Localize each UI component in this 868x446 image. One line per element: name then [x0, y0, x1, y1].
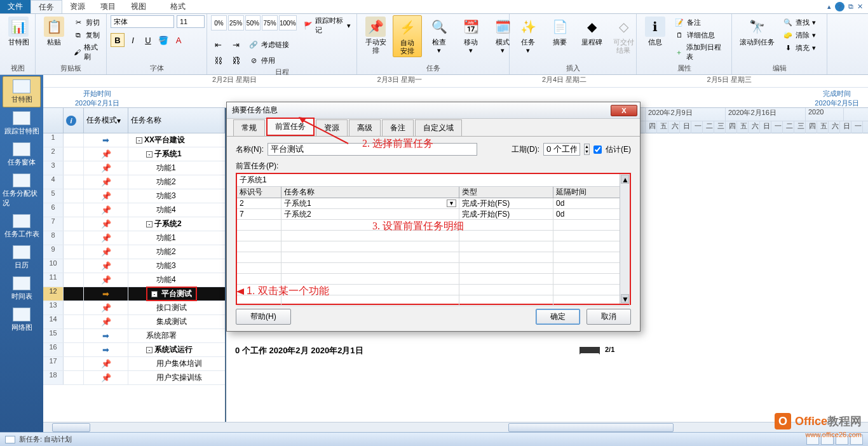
- window-close-icon[interactable]: ✕: [857, 3, 863, 11]
- ok-button[interactable]: 确定: [536, 309, 580, 325]
- menu-task[interactable]: 任务: [31, 0, 62, 13]
- gantt-hscroll[interactable]: [508, 423, 674, 432]
- side-task-form[interactable]: 任务窗体: [3, 140, 41, 170]
- help-button[interactable]: 帮助(H): [236, 309, 291, 325]
- task-row[interactable]: 3📌 功能1: [43, 161, 225, 175]
- copy-button[interactable]: ⧉复制: [71, 29, 102, 41]
- side-timeline[interactable]: 时间表: [3, 274, 41, 304]
- deactivate-button[interactable]: ⊘停用: [247, 53, 277, 67]
- ribbon-minimize-icon[interactable]: ▴: [827, 3, 831, 11]
- table-scrollbar[interactable]: ▲▼: [620, 174, 630, 304]
- font-color-button[interactable]: A: [172, 33, 186, 47]
- task-row[interactable]: 17📌 用户集体培训: [43, 357, 225, 371]
- collapse-icon[interactable]: -: [151, 291, 158, 297]
- menu-view[interactable]: 视图: [123, 0, 154, 13]
- task-row[interactable]: 14📌 集成测试: [43, 315, 225, 329]
- tab-general[interactable]: 常规: [233, 119, 265, 136]
- tab-advanced[interactable]: 高级: [349, 119, 381, 136]
- col-name[interactable]: 任务名称: [281, 187, 459, 198]
- menu-format[interactable]: 格式: [163, 0, 193, 13]
- format-painter-button[interactable]: 🖌格式刷: [71, 42, 102, 62]
- task-row[interactable]: 8📌 功能1: [43, 231, 225, 245]
- font-size-select[interactable]: [177, 15, 205, 28]
- clear-button[interactable]: 🧽清除 ▾: [781, 29, 818, 41]
- side-calendar[interactable]: 日历: [3, 243, 41, 273]
- italic-button[interactable]: I: [126, 33, 140, 47]
- details-button[interactable]: 🗒详细信息: [672, 29, 728, 41]
- task-row[interactable]: 1➡- XX平台建设: [43, 133, 225, 147]
- pred-row[interactable]: 2子系统1▼完成-开始(FS)0d: [237, 198, 630, 209]
- auto-schedule-button[interactable]: ⚡自动安排: [393, 15, 422, 57]
- duration-spinner[interactable]: ▲▼: [584, 144, 590, 155]
- fill-button[interactable]: ⬇填充 ▾: [781, 42, 818, 53]
- side-track-gantt[interactable]: 跟踪甘特图: [3, 109, 41, 139]
- side-gantt[interactable]: 甘特图: [3, 76, 41, 107]
- grid-hscroll[interactable]: [52, 423, 90, 432]
- collapse-icon[interactable]: -: [146, 221, 153, 227]
- col-id[interactable]: 标识号: [237, 187, 281, 198]
- find-button[interactable]: 🔍查找 ▾: [781, 17, 818, 28]
- tab-custom[interactable]: 自定义域: [415, 119, 462, 136]
- menu-project[interactable]: 项目: [93, 0, 123, 13]
- menu-file[interactable]: 文件: [0, 0, 31, 13]
- summary-button[interactable]: 📄摘要: [545, 15, 574, 48]
- duration-input[interactable]: [543, 143, 580, 156]
- task-row[interactable]: 9📌 功能2: [43, 245, 225, 259]
- pct-75-button[interactable]: 75%: [262, 15, 278, 30]
- estimate-checkbox[interactable]: [593, 145, 602, 154]
- fill-color-button[interactable]: 🪣: [156, 33, 170, 47]
- task-row[interactable]: 12➡- 平台测试: [43, 287, 225, 301]
- gantt-button[interactable]: 📊甘特图: [4, 15, 33, 48]
- cut-button[interactable]: ✂剪切: [71, 17, 102, 28]
- task-row[interactable]: 2📌- 子系统1: [43, 147, 225, 161]
- deliverable-button[interactable]: ◇可交付结果: [609, 15, 638, 56]
- window-restore-icon[interactable]: ⧉: [848, 3, 853, 11]
- pct-25-button[interactable]: 25%: [228, 15, 244, 30]
- collapse-icon[interactable]: -: [136, 137, 142, 144]
- unlink-tasks-button[interactable]: ⛓̸: [229, 53, 243, 67]
- side-task-sheet[interactable]: 任务工作表: [3, 212, 41, 241]
- col-task-name[interactable]: 任务名称: [128, 108, 225, 133]
- milestone-button[interactable]: ◆里程碑: [577, 15, 606, 48]
- help-icon[interactable]: ?: [835, 2, 844, 11]
- inspect-button[interactable]: 🔍检查▾: [424, 15, 454, 56]
- bold-button[interactable]: B: [111, 33, 125, 47]
- col-task-mode[interactable]: 任务模式 ▾: [84, 108, 128, 133]
- col-lag[interactable]: 延隔时间: [553, 187, 630, 198]
- task-row[interactable]: 10📌 功能3: [43, 259, 225, 273]
- task-row[interactable]: 13📌 接口测试: [43, 301, 225, 315]
- task-row[interactable]: 18📌 用户实操训练: [43, 371, 225, 385]
- paste-button[interactable]: 📋粘贴: [39, 15, 69, 48]
- task-row[interactable]: 11📌 功能4: [43, 273, 225, 287]
- summary-bar[interactable]: [580, 347, 600, 353]
- pred-row[interactable]: 7子系统2完成-开始(FS)0d: [237, 209, 630, 220]
- task-row[interactable]: 7📌- 子系统2: [43, 217, 225, 231]
- underline-button[interactable]: U: [141, 33, 155, 47]
- col-type[interactable]: 类型: [459, 187, 553, 198]
- move-button[interactable]: 📆移动▾: [456, 15, 485, 56]
- task-row[interactable]: 16➡- 系统试运行: [43, 343, 225, 357]
- pct-100-button[interactable]: 100%: [279, 15, 297, 30]
- pct-0-button[interactable]: 0%: [211, 15, 227, 30]
- cancel-button[interactable]: 取消: [587, 309, 631, 325]
- insert-task-button[interactable]: ✨任务▾: [513, 15, 543, 56]
- dropdown-icon[interactable]: ▼: [447, 199, 456, 207]
- collapse-icon[interactable]: -: [146, 151, 153, 158]
- track-mark-button[interactable]: 🚩跟踪时标记 ▾: [302, 15, 353, 36]
- task-row[interactable]: 15➡ 系统部署: [43, 329, 225, 343]
- pct-50-button[interactable]: 50%: [245, 15, 261, 30]
- side-network[interactable]: 网络图: [3, 305, 41, 335]
- side-task-usage[interactable]: 任务分配状况: [3, 171, 41, 210]
- font-name-select[interactable]: [111, 15, 174, 28]
- add-timeline-button[interactable]: ＋添加到日程表: [672, 42, 728, 62]
- manual-schedule-button[interactable]: 📌手动安排: [361, 15, 390, 56]
- task-row[interactable]: 5📌 功能3: [43, 189, 225, 203]
- link-tasks-button[interactable]: ⛓: [211, 53, 225, 67]
- task-row[interactable]: 4📌 功能2: [43, 175, 225, 189]
- task-row[interactable]: 6📌 功能4: [43, 203, 225, 217]
- scroll-to-task-button[interactable]: 🔭滚动到任务: [736, 15, 778, 48]
- menu-resource[interactable]: 资源: [62, 0, 93, 13]
- dialog-close-button[interactable]: X: [611, 105, 637, 116]
- notes-button[interactable]: 📝备注: [672, 17, 728, 28]
- respect-links-button[interactable]: 🔗考虑链接: [247, 37, 291, 51]
